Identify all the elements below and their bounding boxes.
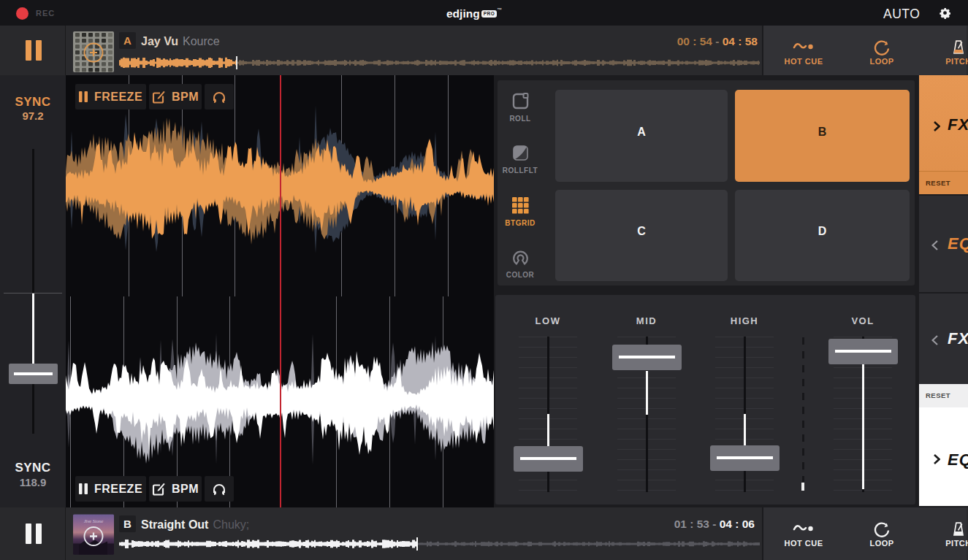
svg-text:Jive Stone: Jive Stone: [84, 518, 104, 523]
